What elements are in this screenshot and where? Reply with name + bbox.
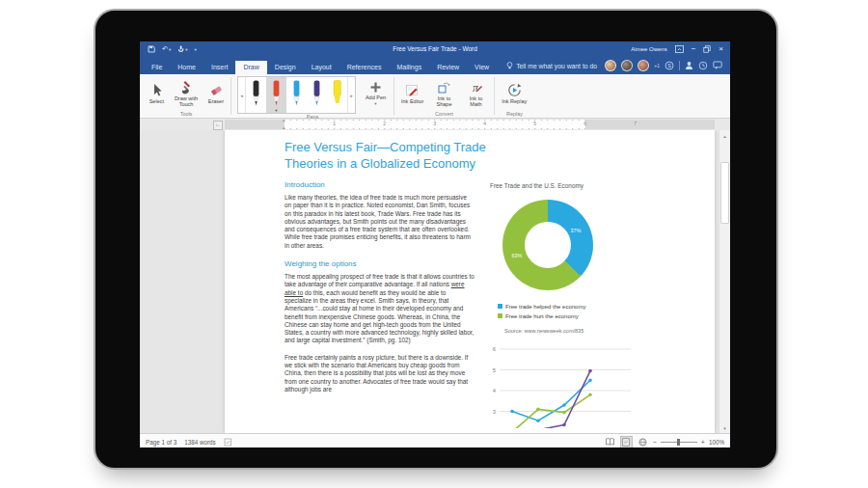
word-count[interactable]: 1384 words (184, 439, 216, 446)
print-layout-button[interactable] (620, 436, 633, 448)
ribbon-group-tools: Select Draw with Touch Eraser Tools (142, 74, 231, 118)
activity-icon[interactable] (698, 61, 708, 70)
tell-me-label: Tell me what you want to do (516, 63, 597, 69)
chart-column: Free Trade and the U.S. Economy 37% 63% … (488, 180, 633, 428)
chevron-down-icon: ▾ (374, 101, 376, 107)
ink-replay-button[interactable]: Ink Replay (498, 82, 531, 105)
donut-value-1: 63% (512, 253, 523, 258)
draw-with-touch-button[interactable]: Draw with Touch (170, 79, 203, 109)
ruler-number: 3 (433, 121, 436, 125)
ink-editor-button[interactable]: Ink Editor (397, 82, 427, 105)
ruler-tab-selector[interactable]: ∟ (213, 121, 223, 130)
ribbon-tab-row: FileHomeInsertDrawDesignLayoutReferences… (140, 57, 730, 74)
scroll-up-arrow[interactable]: ▴ (719, 130, 730, 141)
svg-text:4: 4 (493, 388, 497, 393)
tablet-device: ↶▾ ▾ ▾ Free Versus Fair Trade - Word Aim… (94, 9, 778, 470)
document-page[interactable]: Free Versus Fair—Competing Trade Theorie… (225, 130, 715, 433)
chart-source: Source: www.newsweek.com/835 (504, 328, 622, 334)
donut-hole (525, 222, 571, 268)
document-title: Free Versus Fair—Competing Trade Theorie… (285, 139, 692, 172)
tab-file[interactable]: File (144, 61, 170, 74)
coauthor-avatar[interactable] (605, 60, 616, 71)
comments-icon[interactable] (713, 61, 722, 70)
minimize-button[interactable]: − (692, 45, 696, 53)
tab-home[interactable]: Home (170, 61, 203, 74)
undo-icon[interactable]: ↶▾ (162, 45, 171, 53)
horizontal-ruler[interactable]: ∟ ▾ ▴ 1234567 (140, 119, 730, 130)
pen-galaxy[interactable] (307, 77, 327, 113)
heading-weighing-options: Weighing the options (285, 259, 475, 268)
web-layout-button[interactable] (637, 436, 649, 448)
customize-qat-icon[interactable]: ▾ (194, 47, 196, 52)
pen-gallery-right-arrow[interactable]: ▸ (347, 77, 355, 113)
ruler-number: 4 (483, 121, 486, 125)
coauthor-avatar[interactable] (637, 60, 649, 71)
legend-item: Free trade hurt the economy (498, 312, 633, 319)
zoom-in-button[interactable]: + (701, 439, 705, 446)
first-line-indent-marker[interactable]: ▾ (283, 119, 285, 123)
pen-yellow-highlighter[interactable] (327, 77, 347, 113)
group-label-replay: Replay (497, 111, 532, 117)
ruler-number: 5 (533, 121, 536, 125)
share-icon[interactable] (685, 61, 693, 70)
ruler-number: 7 (634, 121, 637, 125)
select-button[interactable]: Select (145, 82, 168, 105)
pen-red[interactable] (266, 77, 286, 113)
svg-text:6: 6 (493, 346, 496, 352)
paragraph: Like many theories, the idea of free tra… (285, 194, 475, 250)
pen-gallery-left-arrow[interactable]: ◂ (238, 77, 246, 113)
tell-me-box[interactable]: Tell me what you want to do (506, 62, 597, 74)
restore-button[interactable] (703, 45, 711, 53)
close-button[interactable]: × (719, 45, 723, 53)
text-column: Introduction Like many theories, the ide… (285, 180, 475, 428)
tab-insert[interactable]: Insert (203, 61, 236, 74)
group-label-tools: Tools (147, 111, 227, 117)
tab-view[interactable]: View (467, 61, 497, 74)
vertical-scrollbar[interactable]: ▴ ▾ (719, 130, 730, 433)
ink-to-shape-button[interactable]: Ink to Shape (429, 79, 459, 109)
heading-introduction: Introduction (285, 180, 475, 189)
proofing-status-icon[interactable] (224, 438, 232, 447)
divider (679, 61, 680, 70)
zoom-slider[interactable] (661, 442, 697, 443)
zoom-out-button[interactable]: − (653, 439, 657, 446)
touch-mode-icon[interactable]: ▾ (177, 45, 187, 53)
legend-item: Free trade helped the economy (498, 303, 633, 310)
pen-black[interactable] (246, 77, 266, 113)
tab-draw[interactable]: Draw (235, 61, 266, 74)
scrollbar-thumb[interactable] (720, 162, 729, 224)
ink-to-math-button[interactable]: π Ink to Math (461, 79, 491, 109)
legend-swatch-hurt (498, 313, 502, 318)
legend-swatch-helped (498, 304, 502, 309)
chart-legend: Free trade helped the economy Free trade… (498, 303, 633, 319)
read-mode-button[interactable] (604, 436, 616, 448)
presence-overflow[interactable]: +1 (654, 63, 660, 68)
tab-references[interactable]: References (339, 61, 390, 74)
add-pen-button[interactable]: Add Pen ▾ (361, 80, 391, 109)
ribbon-group-pens: ◂ ▸ Add Pen ▾ Pens (231, 74, 393, 118)
ruler-number: 6 (583, 121, 586, 125)
ribbon-display-options-icon[interactable] (675, 45, 684, 53)
coauthor-avatar[interactable] (621, 60, 633, 71)
scroll-down-arrow[interactable]: ▾ (719, 422, 730, 433)
tab-mailings[interactable]: Mailings (389, 61, 429, 74)
signed-in-user[interactable]: Aimee Owens (631, 46, 666, 52)
ribbon: Select Draw with Touch Eraser Tools (140, 74, 730, 119)
tab-design[interactable]: Design (267, 61, 304, 74)
paragraph: Free trade certainly paints a rosy pictu… (285, 354, 475, 393)
ribbon-group-replay: Ink Replay Replay (495, 74, 534, 118)
donut-chart[interactable]: 37% 63% (502, 200, 593, 290)
ribbon-tabs: FileHomeInsertDrawDesignLayoutReferences… (144, 61, 497, 74)
ruler-number: 2 (383, 121, 386, 125)
zoom-level[interactable]: 100% (709, 439, 724, 446)
line-chart-svg[interactable]: 3456 (488, 339, 633, 428)
eraser-button[interactable]: Eraser (204, 82, 228, 105)
page-indicator[interactable]: Page 1 of 3 (146, 439, 176, 446)
skype-presence-icon[interactable]: S (665, 61, 674, 70)
tab-review[interactable]: Review (429, 61, 467, 74)
tab-layout[interactable]: Layout (304, 61, 339, 74)
paragraph: The most appealing prospect of free trad… (285, 273, 475, 345)
save-icon[interactable] (148, 45, 155, 53)
zoom-slider-thumb[interactable] (677, 439, 680, 446)
pen-blue[interactable] (286, 77, 307, 113)
